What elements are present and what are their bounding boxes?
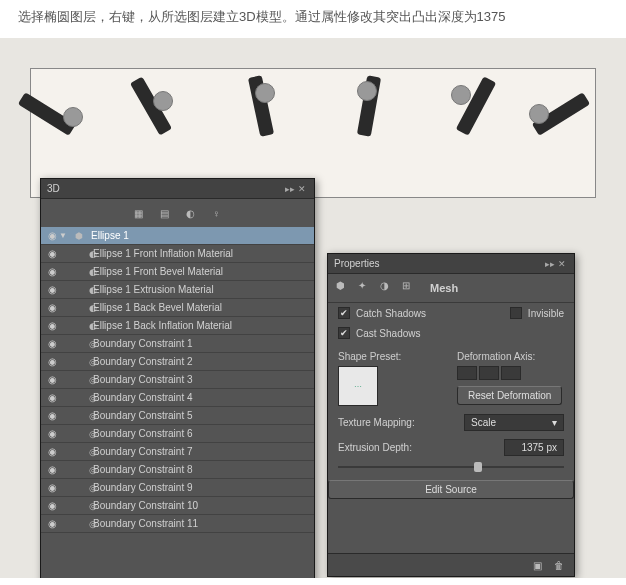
filter-mesh-icon[interactable]: ▤: [157, 205, 173, 221]
panel-properties-header[interactable]: Properties ▸▸ ✕: [328, 254, 574, 274]
layer-row[interactable]: ◉◎Boundary Constraint 11: [41, 515, 314, 533]
panel-properties-footer: ▣ 🗑: [328, 553, 574, 576]
workspace: 3D ▸▸ ✕ ▦ ▤ ◐ ♀ ◉ ▼ ⬢ Ellipse 1 ◉◐Ellips…: [0, 38, 626, 578]
layer-row[interactable]: ◉◐Ellipse 1 Front Bevel Material: [41, 263, 314, 281]
visibility-icon[interactable]: ◉: [45, 338, 59, 349]
layer-row[interactable]: ◉◎Boundary Constraint 10: [41, 497, 314, 515]
constraint-icon: ◎: [71, 339, 89, 349]
label-texture-mapping: Texture Mapping:: [338, 417, 456, 428]
constraint-icon: ◎: [71, 375, 89, 385]
layer-row[interactable]: ◉◐Ellipse 1 Extrusion Material: [41, 281, 314, 299]
layer-row[interactable]: ◉◎Boundary Constraint 3: [41, 371, 314, 389]
extrusion-depth-input[interactable]: 1375 px: [504, 439, 564, 456]
layer-row[interactable]: ◉◎Boundary Constraint 8: [41, 461, 314, 479]
panel-properties: Properties ▸▸ ✕ ⬢ ✦ ◑ ⊞ Mesh ✔ Catch Sha…: [327, 253, 575, 577]
tab-cap-icon[interactable]: ◑: [380, 280, 396, 296]
label-extrusion-depth: Extrusion Depth:: [338, 442, 496, 453]
texture-mapping-value: Scale: [471, 417, 496, 428]
material-icon: ◐: [71, 267, 89, 277]
axis-x-button[interactable]: [457, 366, 477, 380]
checkbox-catch-shadows[interactable]: ✔: [338, 307, 350, 319]
panel-3d-title: 3D: [47, 183, 60, 194]
visibility-icon[interactable]: ◉: [45, 302, 59, 313]
layer-row[interactable]: ◉◎Boundary Constraint 5: [41, 407, 314, 425]
filter-scene-icon[interactable]: ▦: [131, 205, 147, 221]
visibility-icon[interactable]: ◉: [45, 392, 59, 403]
visibility-icon[interactable]: ◉: [45, 374, 59, 385]
checkbox-invisible[interactable]: [510, 307, 522, 319]
layer-row-ellipse-1[interactable]: ◉ ▼ ⬢ Ellipse 1: [41, 227, 314, 245]
visibility-icon[interactable]: ◉: [45, 410, 59, 421]
axis-z-button[interactable]: [501, 366, 521, 380]
constraint-icon: ◎: [71, 501, 89, 511]
layer-label: Boundary Constraint 11: [89, 518, 314, 529]
filter-material-icon[interactable]: ◐: [183, 205, 199, 221]
panel-properties-title: Properties: [334, 258, 380, 269]
visibility-icon[interactable]: ◉: [45, 248, 59, 259]
layer-label: Ellipse 1: [87, 230, 314, 241]
visibility-icon[interactable]: ◉: [45, 482, 59, 493]
collapse-icon[interactable]: ▸▸: [285, 184, 295, 194]
layer-row[interactable]: ◉◎Boundary Constraint 1: [41, 335, 314, 353]
layer-label: Boundary Constraint 10: [89, 500, 314, 511]
layer-row[interactable]: ◉◐Ellipse 1 Back Inflation Material: [41, 317, 314, 335]
material-icon: ◐: [71, 303, 89, 313]
tab-label: Mesh: [430, 282, 458, 294]
disclosure-icon[interactable]: ▼: [59, 231, 71, 240]
layer-row[interactable]: ◉◎Boundary Constraint 4: [41, 389, 314, 407]
layer-label: Boundary Constraint 9: [89, 482, 314, 493]
layer-label: Boundary Constraint 8: [89, 464, 314, 475]
label-cast-shadows: Cast Shadows: [356, 328, 420, 339]
visibility-icon[interactable]: ◉: [45, 500, 59, 511]
axis-y-button[interactable]: [479, 366, 499, 380]
panel-3d: 3D ▸▸ ✕ ▦ ▤ ◐ ♀ ◉ ▼ ⬢ Ellipse 1 ◉◐Ellips…: [40, 178, 315, 578]
tab-mesh-icon[interactable]: ⬢: [336, 280, 352, 296]
texture-mapping-select[interactable]: Scale ▾: [464, 414, 564, 431]
checkbox-cast-shadows[interactable]: ✔: [338, 327, 350, 339]
visibility-icon[interactable]: ◉: [45, 518, 59, 529]
edit-source-button[interactable]: Edit Source: [328, 480, 574, 499]
visibility-icon[interactable]: ◉: [45, 428, 59, 439]
collapse-icon[interactable]: ▸▸: [545, 259, 555, 269]
label-shape-preset: Shape Preset:: [338, 345, 445, 364]
visibility-icon[interactable]: ◉: [45, 446, 59, 457]
reset-deformation-button[interactable]: Reset Deformation: [457, 386, 562, 405]
constraint-icon: ◎: [71, 393, 89, 403]
layer-label: Boundary Constraint 5: [89, 410, 314, 421]
layer-label: Ellipse 1 Front Bevel Material: [89, 266, 314, 277]
layer-row[interactable]: ◉◎Boundary Constraint 9: [41, 479, 314, 497]
constraint-icon: ◎: [71, 465, 89, 475]
visibility-icon[interactable]: ◉: [45, 356, 59, 367]
filter-light-icon[interactable]: ♀: [209, 205, 225, 221]
layer-label: Boundary Constraint 4: [89, 392, 314, 403]
layer-row[interactable]: ◉◎Boundary Constraint 2: [41, 353, 314, 371]
tab-coord-icon[interactable]: ⊞: [402, 280, 418, 296]
layer-label: Ellipse 1 Back Bevel Material: [89, 302, 314, 313]
layer-list: ◉ ▼ ⬢ Ellipse 1 ◉◐Ellipse 1 Front Inflat…: [41, 227, 314, 533]
layer-row[interactable]: ◉◐Ellipse 1 Front Inflation Material: [41, 245, 314, 263]
constraint-icon: ◎: [71, 411, 89, 421]
layer-row[interactable]: ◉◐Ellipse 1 Back Bevel Material: [41, 299, 314, 317]
material-icon: ◐: [71, 285, 89, 295]
layer-row[interactable]: ◉◎Boundary Constraint 6: [41, 425, 314, 443]
slider-thumb[interactable]: [474, 462, 482, 472]
visibility-icon[interactable]: ◉: [45, 284, 59, 295]
layer-label: Boundary Constraint 7: [89, 446, 314, 457]
visibility-icon[interactable]: ◉: [45, 266, 59, 277]
layer-label: Ellipse 1 Extrusion Material: [89, 284, 314, 295]
constraint-icon: ◎: [71, 519, 89, 529]
panel-3d-header[interactable]: 3D ▸▸ ✕: [41, 179, 314, 199]
visibility-icon[interactable]: ◉: [45, 464, 59, 475]
extrusion-depth-slider[interactable]: [338, 462, 564, 472]
close-icon[interactable]: ✕: [298, 184, 308, 194]
shape-preset-picker[interactable]: ⋯: [338, 366, 378, 406]
visibility-icon[interactable]: ◉: [45, 320, 59, 331]
visibility-icon[interactable]: ◉: [45, 230, 59, 241]
material-icon: ◐: [71, 321, 89, 331]
render-settings-icon[interactable]: ▣: [530, 558, 544, 572]
trash-icon[interactable]: 🗑: [552, 558, 566, 572]
layer-row[interactable]: ◉◎Boundary Constraint 7: [41, 443, 314, 461]
close-icon[interactable]: ✕: [558, 259, 568, 269]
constraint-icon: ◎: [71, 447, 89, 457]
tab-deform-icon[interactable]: ✦: [358, 280, 374, 296]
